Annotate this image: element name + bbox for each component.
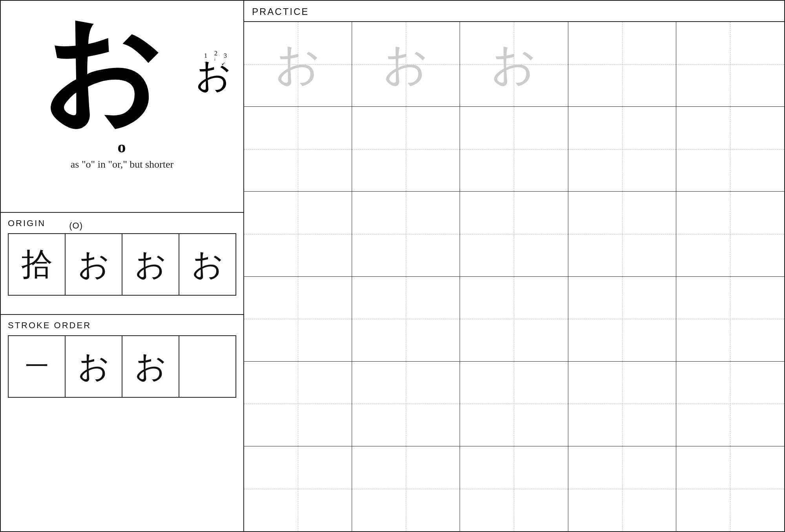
origin-cell-3: お [122, 234, 179, 295]
practice-grid: おおお [244, 22, 784, 531]
main-character: お [13, 13, 192, 130]
practice-cell[interactable] [568, 277, 676, 362]
practice-cell[interactable] [244, 446, 352, 531]
practice-guide-char: お [275, 34, 321, 95]
practice-cell[interactable] [352, 277, 460, 362]
practice-cell[interactable] [676, 22, 784, 107]
practice-cell[interactable] [244, 192, 352, 276]
practice-cell[interactable] [676, 277, 784, 362]
pronunciation-section: o as "o" in "or," but shorter [71, 137, 173, 170]
stroke-cell-2: お [66, 336, 122, 397]
practice-cell[interactable] [460, 362, 568, 446]
practice-cell[interactable] [352, 107, 460, 192]
practice-guide-char: お [491, 34, 537, 95]
origin-cell-2: お [66, 234, 122, 295]
pronunciation-description: as "o" in "or," but shorter [71, 159, 173, 170]
char-row: お 1 2 3 → ↓ ↙ お [13, 13, 232, 130]
practice-cell[interactable] [460, 192, 568, 276]
stroke-cell-1: 一 [9, 336, 66, 397]
stroke-cell-3: お [122, 336, 179, 397]
practice-cell[interactable]: お [460, 22, 568, 107]
practice-cell[interactable] [352, 362, 460, 446]
origin-cell-1: 拾 [9, 234, 66, 295]
practice-label: PRACTICE [244, 1, 784, 22]
practice-cell[interactable] [352, 446, 460, 531]
stroke-guide: 1 2 3 → ↓ ↙ お [195, 51, 232, 99]
stroke-wrapper: 1 2 3 → ↓ ↙ お [195, 51, 232, 99]
practice-cell[interactable] [460, 277, 568, 362]
stroke-guide-char: お [195, 51, 232, 99]
practice-cell[interactable] [568, 107, 676, 192]
origin-kanji-label: (O) [69, 221, 83, 231]
practice-cell[interactable]: お [352, 22, 460, 107]
stroke-section: STROKE ORDER 一 お お [1, 315, 243, 531]
practice-guide-char: お [383, 34, 429, 95]
practice-cell[interactable] [568, 192, 676, 276]
practice-cell[interactable] [244, 107, 352, 192]
stroke-cell-4 [179, 336, 236, 397]
origin-label-row: ORIGIN (O) [8, 218, 236, 233]
stroke-char-1: 一 [25, 351, 49, 382]
practice-cell[interactable] [676, 107, 784, 192]
practice-cell[interactable] [568, 446, 676, 531]
practice-cell[interactable] [676, 446, 784, 531]
origin-grid: 拾 お お お [8, 233, 236, 296]
practice-cell[interactable] [244, 277, 352, 362]
origin-section: ORIGIN (O) 拾 お お お [1, 213, 243, 315]
practice-cell[interactable] [460, 446, 568, 531]
practice-cell[interactable] [676, 192, 784, 276]
practice-cell[interactable] [568, 362, 676, 446]
stroke-grid: 一 お お [8, 335, 236, 398]
page-container: お 1 2 3 → ↓ ↙ お o as "o" in "or," but sh… [0, 0, 785, 532]
practice-cell[interactable]: お [244, 22, 352, 107]
origin-label: ORIGIN [8, 218, 46, 229]
right-panel: PRACTICE おおお [244, 1, 784, 531]
practice-cell[interactable] [244, 362, 352, 446]
origin-cell-4: お [179, 234, 236, 295]
practice-cell[interactable] [676, 362, 784, 446]
romaji: o [71, 137, 173, 156]
stroke-order-label: STROKE ORDER [8, 320, 236, 331]
practice-cell[interactable] [460, 107, 568, 192]
practice-cell[interactable] [352, 192, 460, 276]
char-section: お 1 2 3 → ↓ ↙ お o as "o" in "or," but sh… [1, 1, 243, 213]
left-panel: お 1 2 3 → ↓ ↙ お o as "o" in "or," but sh… [1, 1, 244, 531]
practice-cell[interactable] [568, 22, 676, 107]
